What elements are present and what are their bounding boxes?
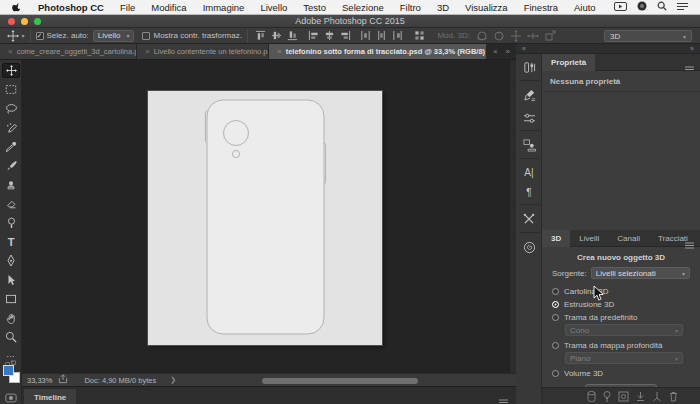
radio-trama-da-mappa-profondita[interactable]: Trama da mappa profondità: [552, 339, 690, 351]
window-title-bar[interactable]: Adobe Photoshop CC 2015: [0, 15, 700, 28]
show-transform-checkbox[interactable]: [142, 32, 150, 40]
radio-cartolina-3d[interactable]: Cartolina 3D: [552, 285, 690, 297]
distribute-left-icon[interactable]: [360, 30, 371, 41]
auto-select-dropdown[interactable]: Livello ▾: [93, 30, 135, 42]
lasso-tool-icon[interactable]: [3, 101, 19, 116]
menu-item-visualizza[interactable]: Visualizza: [457, 2, 516, 13]
radio-trama-da-predefinito[interactable]: Trama da predefinito: [552, 311, 690, 323]
type-tool-icon[interactable]: T: [3, 234, 19, 249]
menu-item-finestra[interactable]: Finestra: [516, 2, 566, 13]
marquee-tool-icon[interactable]: [3, 82, 19, 97]
foreground-color-swatch[interactable]: [3, 365, 14, 376]
status-expand-icon[interactable]: ❯: [170, 376, 176, 384]
canvas[interactable]: [148, 91, 382, 345]
menu-item-filtro[interactable]: Filtro: [392, 2, 429, 13]
radio-circle-icon[interactable]: [552, 301, 559, 308]
status-dot-icon[interactable]: [637, 1, 647, 13]
tab-canali[interactable]: Canali: [608, 230, 649, 247]
align-top-edges-icon[interactable]: [255, 30, 266, 41]
zoom-tool-icon[interactable]: [3, 329, 19, 344]
clone-source-panel-icon[interactable]: [521, 137, 537, 153]
tab-timeline[interactable]: Timeline: [24, 389, 76, 404]
source-dropdown[interactable]: Livelli selezionati ▾: [591, 267, 690, 279]
align-horizontal-centers-icon[interactable]: [324, 30, 335, 41]
tool-presets-panel-icon[interactable]: [521, 211, 537, 227]
pen-tool-icon[interactable]: [3, 253, 19, 268]
tab-proprieta[interactable]: Proprietà: [542, 54, 595, 71]
spotlight-search-icon[interactable]: [657, 1, 667, 13]
workspace-dropdown[interactable]: 3D ▾: [604, 30, 692, 42]
distribute-center-icon[interactable]: [376, 30, 387, 41]
hand-tool-icon[interactable]: [3, 310, 19, 325]
menu-item-testo[interactable]: Testo: [295, 2, 334, 13]
align-left-edges-icon[interactable]: [308, 30, 319, 41]
distribute-spacing-icon[interactable]: [414, 30, 425, 41]
clone-stamp-tool-icon[interactable]: [3, 177, 19, 192]
menu-item-immagine[interactable]: Immagine: [195, 2, 253, 13]
collapse-left-icon[interactable]: «: [522, 45, 526, 52]
constraint-icon[interactable]: [636, 388, 645, 404]
paragraph-panel-icon[interactable]: ¶: [521, 184, 537, 200]
align-vertical-centers-icon[interactable]: [271, 30, 282, 41]
close-icon[interactable]: ×: [493, 47, 498, 56]
path-selection-tool-icon[interactable]: [3, 272, 19, 287]
distribute-right-icon[interactable]: [392, 30, 403, 41]
menu-item-3d[interactable]: 3D: [429, 2, 457, 13]
menu-item-aiuto[interactable]: Aiuto: [566, 2, 604, 13]
menu-item-file[interactable]: File: [112, 2, 143, 13]
align-bottom-edges-icon[interactable]: [287, 30, 298, 41]
share-icon[interactable]: [58, 374, 68, 386]
radio-volume-3d[interactable]: Volume 3D: [552, 367, 690, 379]
menu-item-photoshop[interactable]: Photoshop CC: [30, 2, 112, 13]
menu-item-livello[interactable]: Livello: [252, 2, 295, 13]
radio-circle-icon[interactable]: [552, 342, 559, 349]
close-icon[interactable]: ×: [8, 47, 13, 56]
document-tab[interactable]: × come_creare_oggetti_3d_cartolina.psd: [0, 44, 137, 59]
close-icon[interactable]: ×: [277, 47, 282, 56]
brush-tool-icon[interactable]: [3, 158, 19, 173]
apple-logo-icon[interactable]: [12, 2, 22, 13]
move-tool-preset-icon[interactable]: [7, 30, 19, 42]
collapse-right-icon[interactable]: »: [690, 45, 694, 52]
dodge-tool-icon[interactable]: [3, 215, 19, 230]
coordinates-icon[interactable]: [652, 388, 662, 404]
tool-preset-chevron-icon[interactable]: ▾: [22, 32, 25, 39]
light-bulb-icon[interactable]: [603, 388, 611, 404]
color-panel-icon[interactable]: [521, 59, 537, 75]
eraser-tool-icon[interactable]: [3, 196, 19, 211]
panel-menu-icon[interactable]: [499, 392, 508, 404]
shape-tool-icon[interactable]: [3, 291, 19, 306]
character-panel-icon[interactable]: A|: [521, 164, 537, 180]
menu-item-selezione[interactable]: Selezione: [334, 2, 392, 13]
document-tab[interactable]: × Livello contentente un telefonino.psd: [137, 44, 269, 59]
notification-center-icon[interactable]: [677, 2, 688, 13]
close-icon[interactable]: ×: [145, 47, 150, 56]
zoom-level-field[interactable]: 33,33%: [22, 376, 58, 385]
document-size-info[interactable]: Doc: 4,90 MB/0 bytes: [84, 376, 156, 385]
notes-panel-icon[interactable]: [521, 239, 537, 255]
document-work-area[interactable]: [22, 60, 516, 373]
radio-circle-icon[interactable]: [552, 314, 559, 321]
tab-livelli[interactable]: Livelli: [570, 230, 608, 247]
material-icon[interactable]: [618, 388, 629, 404]
mesh-icon[interactable]: [587, 388, 596, 404]
tab-overflow-icon[interactable]: »: [506, 47, 510, 56]
align-right-edges-icon[interactable]: [340, 30, 351, 41]
radio-circle-icon[interactable]: [552, 288, 559, 295]
display-record-icon[interactable]: [614, 2, 627, 13]
auto-select-checkbox[interactable]: ✓: [36, 32, 44, 40]
quick-mask-icon[interactable]: [3, 390, 19, 404]
tab-3d[interactable]: 3D: [542, 230, 570, 247]
radio-estrusione-3d[interactable]: Estrusione 3D: [552, 298, 690, 310]
move-tool-icon[interactable]: [2, 63, 20, 78]
quick-selection-tool-icon[interactable]: [3, 120, 19, 135]
horizontal-scrollbar-thumb[interactable]: [262, 378, 418, 384]
trash-icon[interactable]: [669, 388, 678, 404]
vertical-scrollbar[interactable]: [509, 60, 516, 373]
menu-item-modifica[interactable]: Modifica: [143, 2, 194, 13]
radio-circle-icon[interactable]: [552, 370, 559, 377]
brush-presets-panel-icon[interactable]: [521, 87, 537, 103]
brush-settings-panel-icon[interactable]: [521, 110, 537, 126]
document-tab-active[interactable]: × telefonino sotto forma di tracciato.ps…: [269, 44, 487, 59]
eyedropper-tool-icon[interactable]: [3, 139, 19, 154]
